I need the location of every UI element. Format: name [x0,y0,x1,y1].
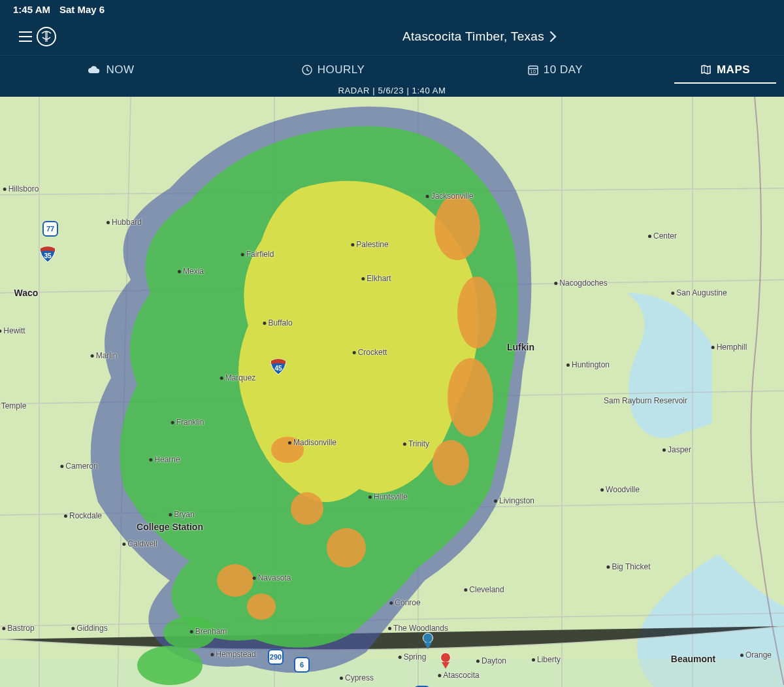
tab-now-label: NOW [106,63,134,76]
map-icon [700,64,711,75]
route-shield: 77 [42,221,58,237]
city-label: Center [648,231,677,241]
city-label: Hillsboro [3,184,39,193]
status-date: Sat May 6 [59,4,105,15]
svg-text:35: 35 [44,252,52,260]
tab-maps[interactable]: MAPS [666,56,784,84]
city-label: Cypress [340,673,374,682]
city-label: The Woodlands [388,624,448,633]
city-label: Lufkin [507,342,534,352]
tab-maps-label: MAPS [717,63,750,76]
city-label: Madisonville [288,438,336,447]
wb-logo-icon [37,27,56,46]
city-label: Marquez [220,373,256,382]
city-label: Hewitt [0,326,25,335]
city-label: Dayton [476,656,506,665]
city-label: Huntington [566,360,610,369]
cloud-icon [88,65,101,75]
map-pin[interactable] [423,633,433,643]
route-shield: 290 [268,649,284,665]
menu-button[interactable] [12,23,39,50]
city-label: Hempstead [210,650,255,659]
city-label: Caldwell [122,539,157,548]
svg-point-0 [37,27,56,46]
city-label: Elkhart [361,274,391,283]
city-label: Cleveland [464,585,504,594]
city-label: Trinity [403,439,429,448]
city-label: Orange [740,650,772,660]
tab-tenday[interactable]: 10 10 DAY [444,56,666,84]
city-label: Huntsville [368,492,408,501]
city-label: Conroe [389,598,420,607]
hamburger-icon [19,31,32,42]
tab-hourly[interactable]: HOURLY [222,56,444,84]
clock-icon [302,65,312,75]
tab-hourly-label: HOURLY [318,63,365,76]
city-label: Brenham [190,627,227,636]
city-label: Temple [1,401,27,411]
city-label: Marlin [91,351,118,360]
city-label: Bryan [169,510,194,519]
city-label: Franklin [171,418,204,427]
city-label: Nacogdoches [554,278,607,288]
city-label: San Augustine [671,288,727,297]
chevron-right-icon [549,31,557,42]
city-label: Hubbard [106,218,142,227]
city-label: Hemphill [711,343,747,352]
status-bar: 1:45 AM Sat May 6 [0,0,784,18]
city-label: Navasota [253,573,291,582]
city-label: Giddings [71,624,107,633]
interstate-shield: 35 [39,246,56,263]
city-label: Rockdale [64,511,102,520]
radar-timestamp-text: RADAR | 5/6/23 | 1:40 AM [338,86,446,95]
city-label: Livingston [494,496,534,505]
city-label: Beaumont [671,654,715,664]
city-label: Mexia [178,267,204,276]
city-label: Palestine [351,240,388,249]
app-header: Atascocita Timber, Texas [0,18,784,55]
city-label: Sam Rayburn Reservoir [604,396,687,405]
city-label: Fairfield [241,250,274,259]
interstate-shield: 45 [270,358,287,375]
location-text: Atascocita Timber, Texas [402,29,544,44]
status-time: 1:45 AM [13,4,50,15]
svg-text:10: 10 [530,69,536,74]
city-label: Woodville [600,485,640,494]
location-selector[interactable]: Atascocita Timber, Texas [187,29,772,44]
calendar-icon: 10 [528,65,538,75]
radar-timestamp-bar: RADAR | 5/6/23 | 1:40 AM [0,84,784,97]
city-label: Waco [14,288,39,298]
city-label: Jacksonville [426,192,474,201]
city-label: Buffalo [263,318,292,327]
city-label: Liberty [532,655,561,664]
tab-tenday-label: 10 DAY [544,63,583,76]
route-shield: 6 [294,657,310,673]
city-label: Hearne [149,455,180,464]
map-pin[interactable] [440,652,451,663]
radar-map[interactable]: HoustonBeaumontWacoCollege StationBryanL… [0,97,784,687]
city-label: Big Thicket [606,562,650,571]
city-label: Bastrop [2,624,34,633]
svg-text:45: 45 [274,365,282,372]
city-label: Cameron [60,461,97,471]
tab-now[interactable]: NOW [0,56,222,84]
city-label: Spring [399,652,427,662]
city-label: Jasper [662,445,691,454]
city-label: Crockett [353,348,387,357]
nav-tabs: NOW HOURLY 10 10 DAY MAPS [0,55,784,84]
city-label: College Station [137,522,203,532]
